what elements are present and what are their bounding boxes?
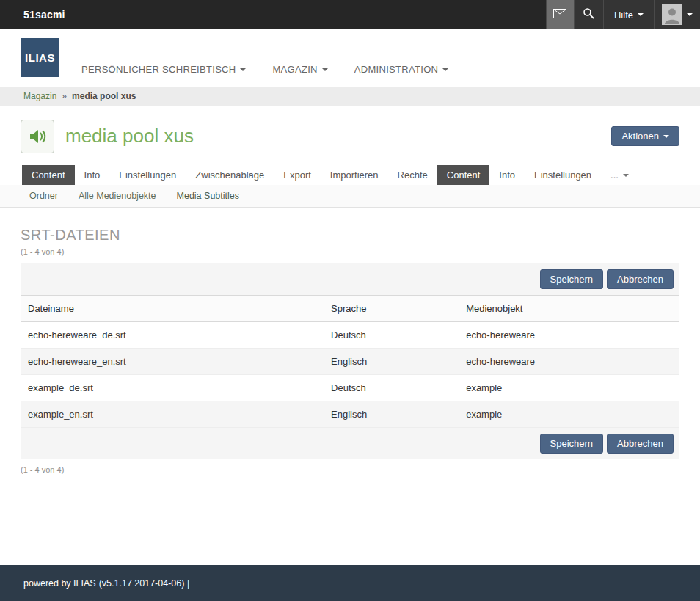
tab-einstellungen-1[interactable]: Einstellungen [109, 165, 186, 185]
cell-sprache: Englisch [324, 349, 459, 375]
subtab-alle-medienobjekte[interactable]: Alle Medienobjekte [79, 191, 156, 201]
top-bar: 51sacmi Hilfe [0, 0, 700, 29]
help-label: Hilfe [614, 10, 633, 21]
caret-down-icon [663, 135, 669, 138]
cancel-button-bottom[interactable]: Abbrechen [607, 434, 674, 454]
tab-more[interactable]: ... [601, 165, 638, 185]
cell-dateiname: echo-hereweare_de.srt [21, 322, 324, 349]
main-content: SRT-DATEIEN (1 - 4 von 4) Speichern Abbr… [0, 208, 700, 565]
tab-export[interactable]: Export [274, 165, 321, 185]
table-toolbar-top: Speichern Abbrechen [21, 263, 679, 295]
subtab-ordner[interactable]: Ordner [29, 191, 58, 201]
user-menu[interactable] [654, 0, 700, 29]
caret-down-icon [322, 68, 328, 71]
caret-down-icon [240, 68, 246, 71]
caret-down-icon [442, 68, 448, 71]
cell-sprache: Englisch [324, 401, 459, 428]
column-header-sprache: Sprache [324, 296, 459, 322]
table-header-row: Dateiname Sprache Medienobjekt [21, 296, 679, 322]
caret-down-icon [687, 13, 693, 16]
help-dropdown[interactable]: Hilfe [603, 0, 654, 29]
breadcrumb-current: media pool xus [72, 91, 136, 101]
footer: powered by ILIAS (v5.1.17 2017-04-06) | [0, 565, 700, 601]
mail-button[interactable] [546, 0, 574, 29]
cell-dateiname: example_en.srt [21, 401, 324, 428]
tab-bar: Content Info Einstellungen Zwischenablag… [0, 165, 700, 185]
footer-version: (v5.1.17 2017-04-06) | [99, 578, 189, 589]
tab-zwischenablage[interactable]: Zwischenablage [186, 165, 274, 185]
column-header-dateiname: Dateiname [21, 296, 324, 322]
search-button[interactable] [574, 0, 603, 29]
main-header: ILIAS PERSÖNLICHER SCHREIBTISCH MAGAZIN … [0, 29, 700, 87]
table-row: example_de.srt Deutsch example [21, 375, 679, 401]
main-nav: PERSÖNLICHER SCHREIBTISCH MAGAZIN ADMINI… [81, 29, 448, 87]
table-row: echo-hereweare_en.srt Englisch echo-here… [21, 349, 679, 375]
caret-down-icon [638, 13, 644, 16]
ilias-logo[interactable]: ILIAS [21, 38, 59, 77]
media-pool-icon [21, 120, 54, 153]
cell-sprache: Deutsch [324, 375, 459, 401]
column-header-medienobjekt: Medienobjekt [459, 296, 679, 322]
srt-table-panel: Speichern Abbrechen Dateiname Sprache Me… [21, 263, 679, 459]
page-title: media pool xus [65, 125, 194, 147]
result-count-bottom: (1 - 4 von 4) [21, 465, 679, 474]
breadcrumb: Magazin » media pool xus [0, 87, 700, 106]
tab-info-2[interactable]: Info [489, 165, 525, 185]
srt-files-table: Dateiname Sprache Medienobjekt echo-here… [21, 295, 679, 428]
client-name: 51sacmi [23, 9, 65, 21]
cell-medienobjekt: example [459, 401, 679, 428]
avatar [662, 4, 682, 25]
cell-dateiname: example_de.srt [21, 375, 324, 401]
top-bar-controls: Hilfe [546, 0, 700, 29]
table-row: example_en.srt Englisch example [21, 401, 679, 428]
cancel-button-top[interactable]: Abbrechen [607, 269, 674, 289]
cell-dateiname: echo-hereweare_en.srt [21, 349, 324, 375]
subtab-bar: Ordner Alle Medienobjekte Media Subtitle… [0, 185, 700, 208]
section-heading: SRT-DATEIEN [21, 227, 679, 244]
nav-magazin[interactable]: MAGAZIN [272, 64, 327, 75]
tab-content-1[interactable]: Content [22, 165, 75, 185]
search-icon [583, 7, 594, 22]
table-toolbar-bottom: Speichern Abbrechen [21, 428, 679, 459]
cell-medienobjekt: echo-hereweare [459, 349, 679, 375]
table-row: echo-hereweare_de.srt Deutsch echo-herew… [21, 322, 679, 349]
tab-info-1[interactable]: Info [75, 165, 110, 185]
breadcrumb-link-magazin[interactable]: Magazin [23, 91, 56, 101]
breadcrumb-separator: » [62, 91, 67, 101]
result-count-top: (1 - 4 von 4) [21, 247, 679, 256]
actions-button[interactable]: Aktionen [611, 126, 679, 146]
title-bar: media pool xus Aktionen [0, 106, 700, 165]
caret-down-icon [623, 174, 629, 177]
save-button-top[interactable]: Speichern [540, 269, 604, 289]
save-button-bottom[interactable]: Speichern [540, 434, 604, 454]
footer-ilias-link[interactable]: powered by ILIAS [23, 578, 96, 589]
cell-medienobjekt: echo-hereweare [459, 322, 679, 349]
cell-sprache: Deutsch [324, 322, 459, 349]
subtab-media-subtitles[interactable]: Media Subtitles [177, 191, 239, 201]
tab-content-2[interactable]: Content [437, 165, 490, 185]
mail-icon [553, 8, 566, 21]
tab-rechte[interactable]: Rechte [388, 165, 437, 185]
tab-einstellungen-2[interactable]: Einstellungen [525, 165, 601, 185]
tab-importieren[interactable]: Importieren [321, 165, 388, 185]
cell-medienobjekt: example [459, 375, 679, 401]
nav-personal-desktop[interactable]: PERSÖNLICHER SCHREIBTISCH [81, 64, 246, 75]
nav-administration[interactable]: ADMINISTRATION [354, 64, 448, 75]
